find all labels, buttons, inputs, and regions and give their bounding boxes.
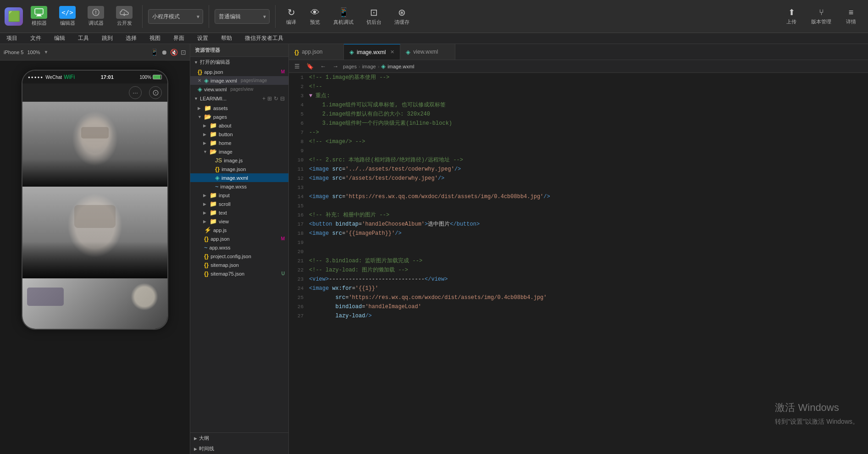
folder-home[interactable]: ▶ 📁 home: [190, 138, 288, 147]
file-sitemap75[interactable]: {} sitemap75.json U: [190, 269, 288, 278]
menu-project[interactable]: 项目: [4, 33, 20, 43]
preview-icon: 👁: [310, 7, 320, 18]
outline-header[interactable]: ▶ 大纲: [190, 433, 288, 443]
file-app-json[interactable]: {} app.json M: [190, 234, 288, 243]
new-folder-btn[interactable]: ⊞: [267, 95, 272, 102]
line-num-2: 2: [289, 82, 307, 91]
back-btn[interactable]: ←: [318, 62, 328, 71]
simulator-btn[interactable]: 模拟器: [27, 4, 51, 28]
folder-pages[interactable]: ▼ 📂 pages: [190, 112, 288, 121]
timeline-arrow: ▶: [194, 447, 197, 451]
open-editors-header[interactable]: ▼ 打开的编辑器: [190, 57, 288, 67]
folder-image[interactable]: ▼ 📂 image: [190, 147, 288, 156]
zoom-arrow[interactable]: ▼: [44, 50, 49, 55]
sim-phone-icon[interactable]: 📱: [150, 49, 158, 56]
file-sitemap[interactable]: {} sitemap.json: [190, 260, 288, 269]
sim-content: ●●●●● WeChat WiFi 17:01 100% ··· ⊙: [0, 61, 190, 454]
project-name: LEARNMI...: [200, 96, 227, 101]
open-file-image-wxml[interactable]: ✕ ◈ image.wxml pages\image: [190, 76, 288, 85]
file-app-wxss[interactable]: ~ app.wxss: [190, 243, 288, 252]
menu-edit[interactable]: 编辑: [51, 33, 68, 43]
code-line-16: 16 <!-- 补充: 相册中的图片 -->: [289, 210, 868, 220]
real-device-btn[interactable]: 📱 真机调试: [329, 5, 358, 28]
refresh-btn[interactable]: ↻: [274, 95, 278, 102]
cut-btn[interactable]: ⊡ 切后台: [362, 5, 386, 28]
sidebar-toggle-btn[interactable]: ☰: [293, 62, 302, 71]
nav-dot-icon[interactable]: ⊙: [149, 86, 162, 99]
folder-text[interactable]: ▶ 📁 text: [190, 208, 288, 217]
file-image-js[interactable]: JS image.js: [190, 156, 288, 165]
menu-settings[interactable]: 设置: [194, 33, 211, 43]
phone-img-3: [22, 278, 167, 329]
image-wxss-name: image.wxss: [221, 184, 247, 189]
tab-view-wxml[interactable]: ◈ view.wxml: [400, 44, 455, 60]
file-app-js[interactable]: ⚡ app.js: [190, 226, 288, 234]
sim-record-icon[interactable]: ⏺: [161, 49, 167, 56]
menu-goto[interactable]: 跳到: [99, 33, 116, 43]
image-folder-arrow: ▼: [203, 149, 208, 154]
menu-select[interactable]: 选择: [123, 33, 139, 43]
image-json-name: image.json: [221, 166, 246, 172]
view-arrow: ▶: [203, 219, 208, 224]
file-image-wxss[interactable]: ~ image.wxss: [190, 182, 288, 191]
forward-btn[interactable]: →: [331, 62, 340, 71]
menu-interface[interactable]: 界面: [171, 33, 187, 43]
folder-about[interactable]: ▶ 📁 about: [190, 121, 288, 130]
input-folder-icon: 📁: [210, 192, 217, 199]
mode-select[interactable]: 小程序模式: [148, 9, 203, 24]
new-file-btn[interactable]: +: [262, 95, 265, 102]
file-image-wxml[interactable]: ◈ image.wxml: [190, 173, 288, 182]
file-project-config[interactable]: {} project.config.json: [190, 252, 288, 260]
folder-input[interactable]: ▶ 📁 input: [190, 191, 288, 199]
scroll-folder-name: scroll: [219, 201, 231, 207]
open-file-view-wxml[interactable]: ◈ view.wxml pages\view: [190, 85, 288, 94]
folder-view[interactable]: ▶ 📁 view: [190, 217, 288, 226]
project-section-header[interactable]: ▼ LEARNMI... + ⊞ ↻ ⊟: [190, 94, 288, 104]
tab-close-btn[interactable]: ✕: [390, 49, 394, 55]
tab-app-json[interactable]: {} app.json: [289, 44, 344, 60]
code-line-13: 13: [289, 183, 868, 192]
sim-resize-icon[interactable]: ⊡: [181, 49, 186, 56]
mode-select-wrapper[interactable]: 小程序模式: [148, 9, 203, 24]
menu-file[interactable]: 文件: [28, 33, 44, 43]
menu-help[interactable]: 帮助: [218, 33, 235, 43]
open-file-app-json[interactable]: {} app.json M: [190, 67, 288, 76]
debugger-label: 调试器: [88, 20, 104, 27]
menu-view[interactable]: 视图: [147, 33, 163, 43]
version-btn[interactable]: ⑂ 版本管理: [806, 6, 837, 27]
folder-scroll[interactable]: ▶ 📁 scroll: [190, 199, 288, 208]
editor-btn[interactable]: </> 编辑器: [55, 4, 80, 28]
nav-menu-icon[interactable]: ···: [129, 86, 142, 99]
file-image-json[interactable]: {} image.json: [190, 165, 288, 173]
sim-audio-icon[interactable]: 🔇: [170, 49, 178, 56]
compile-btn[interactable]: ↻ 编译: [281, 5, 301, 28]
cache-btn[interactable]: ⊛ 清缓存: [390, 5, 414, 28]
debugger-btn[interactable]: 调试器: [83, 4, 108, 28]
folder-button[interactable]: ▶ 📁 button: [190, 130, 288, 138]
line-content-9: [307, 146, 868, 147]
code-line-6: 6 3.image组件时一个行内块级元素(inline-block): [289, 119, 868, 128]
compile-select[interactable]: 普通编辑: [215, 9, 270, 24]
collapse-all-btn[interactable]: ⊟: [280, 95, 285, 102]
close-image-wxml[interactable]: ✕: [198, 78, 201, 83]
code-editor[interactable]: 1 <!-- 1.image的基本使用 --> 2 <!-- 3 ▼ 重点: 4…: [289, 73, 868, 454]
cloud-btn[interactable]: 云开发: [112, 4, 137, 28]
preview-btn[interactable]: 👁 预览: [305, 6, 325, 28]
compile-select-wrapper[interactable]: 普通编辑: [215, 9, 270, 24]
battery-label: 100%: [139, 75, 151, 80]
menu-wechat-tools[interactable]: 微信开发者工具: [242, 33, 286, 43]
tab-image-wxml[interactable]: ◈ image.wxml ✕: [344, 44, 400, 60]
sim-tools: 📱 ⏺ 🔇 ⊡: [150, 49, 186, 56]
top-toolbar: 🟩 模拟器 </> 编辑器 调试器 云开发 小程序模式 普通编辑: [0, 0, 868, 33]
svg-rect-0: [35, 9, 43, 14]
line-content-2: <!--: [307, 82, 868, 91]
image-folder-name: image: [219, 149, 232, 155]
line-num-10: 10: [289, 155, 307, 165]
code-line-26: 26 bindload='handleImageLoad': [289, 302, 868, 311]
menu-tools[interactable]: 工具: [75, 33, 92, 43]
bookmark-btn[interactable]: 🔖: [304, 62, 315, 71]
detail-btn[interactable]: ≡ 详情: [839, 6, 863, 27]
timeline-header[interactable]: ▶ 时间线: [190, 443, 288, 454]
upload-btn[interactable]: ⬆ 上传: [779, 6, 804, 27]
folder-assets[interactable]: ▶ 📁 assets: [190, 104, 288, 112]
